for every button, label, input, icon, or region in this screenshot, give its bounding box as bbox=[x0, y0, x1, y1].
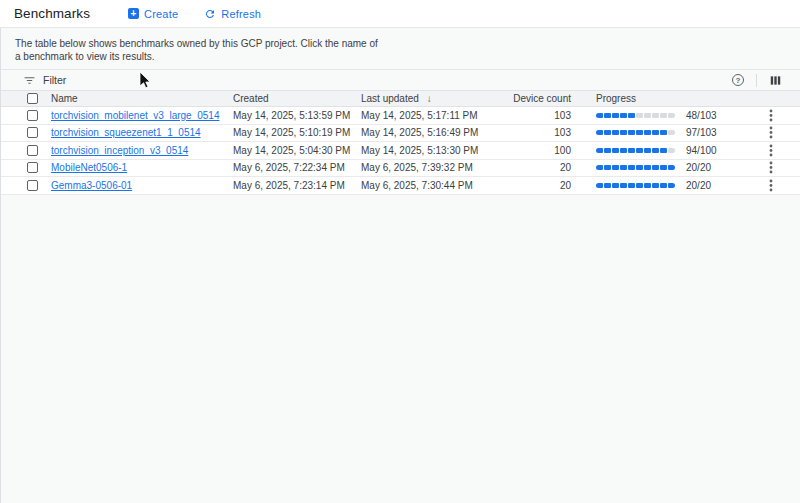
table-toolbar: Filter ? bbox=[1, 70, 800, 90]
column-header-name[interactable]: Name bbox=[51, 93, 233, 104]
row-menu-button[interactable] bbox=[765, 160, 777, 175]
filter-button[interactable]: Filter bbox=[23, 74, 66, 87]
benchmark-name-link[interactable]: MobileNet0506-1 bbox=[51, 162, 127, 173]
progress-label: 48/103 bbox=[686, 110, 717, 121]
filter-list-icon bbox=[23, 74, 36, 87]
table-header-row: Name Created Last updated↓ Device count … bbox=[1, 90, 800, 107]
row-menu-button[interactable] bbox=[765, 143, 777, 158]
row-checkbox[interactable] bbox=[27, 110, 38, 121]
row-checkbox[interactable] bbox=[27, 145, 38, 156]
help-circle-icon: ? bbox=[732, 74, 744, 86]
device-count-cell: 100 bbox=[489, 145, 573, 156]
device-count-cell: 20 bbox=[489, 180, 573, 191]
progress-bar bbox=[596, 130, 675, 135]
column-header-created[interactable]: Created bbox=[233, 93, 361, 104]
benchmark-name-link[interactable]: torchvision_inception_v3_0514 bbox=[51, 145, 188, 156]
refresh-icon bbox=[204, 8, 216, 20]
device-count-cell: 103 bbox=[489, 110, 573, 121]
device-count-cell: 20 bbox=[489, 162, 573, 173]
progress-bar bbox=[596, 183, 675, 188]
created-cell: May 14, 2025, 5:10:19 PM bbox=[233, 127, 361, 138]
three-dot-menu-icon bbox=[769, 126, 773, 139]
row-checkbox[interactable] bbox=[27, 180, 38, 191]
table-body: torchvision_mobilenet_v3_large_0514May 1… bbox=[1, 107, 800, 195]
create-button-label: Create bbox=[144, 8, 178, 20]
benchmarks-page: Benchmarks + Create Refresh The table be… bbox=[0, 0, 800, 503]
created-cell: May 14, 2025, 5:04:30 PM bbox=[233, 145, 361, 156]
table-row: torchvision_squeezenet1_1_0514May 14, 20… bbox=[1, 125, 800, 143]
table-row: Gemma3-0506-01May 6, 2025, 7:23:14 PMMay… bbox=[1, 177, 800, 195]
updated-cell: May 6, 2025, 7:39:32 PM bbox=[361, 162, 489, 173]
three-dot-menu-icon bbox=[769, 161, 773, 174]
benchmark-name-link[interactable]: Gemma3-0506-01 bbox=[51, 180, 132, 191]
description-line-1: The table below shows benchmarks owned b… bbox=[15, 37, 786, 50]
row-checkbox[interactable] bbox=[27, 162, 38, 173]
created-cell: May 6, 2025, 7:22:34 PM bbox=[233, 162, 361, 173]
table-row: MobileNet0506-1May 6, 2025, 7:22:34 PMMa… bbox=[1, 160, 800, 178]
progress-label: 20/20 bbox=[686, 180, 711, 191]
table-row: torchvision_inception_v3_0514May 14, 202… bbox=[1, 142, 800, 160]
column-display-icon bbox=[769, 74, 782, 87]
description-line-2: a benchmark to view its results. bbox=[15, 50, 786, 63]
benchmark-name-link[interactable]: torchvision_mobilenet_v3_large_0514 bbox=[51, 110, 219, 121]
three-dot-menu-icon bbox=[769, 109, 773, 122]
description-block: The table below shows benchmarks owned b… bbox=[1, 28, 800, 70]
title-bar: Benchmarks + Create Refresh bbox=[0, 0, 800, 28]
updated-cell: May 6, 2025, 7:30:44 PM bbox=[361, 180, 489, 191]
updated-cell: May 14, 2025, 5:17:11 PM bbox=[361, 110, 489, 121]
help-button[interactable]: ? bbox=[726, 74, 750, 86]
created-cell: May 6, 2025, 7:23:14 PM bbox=[233, 180, 361, 191]
progress-label: 94/100 bbox=[686, 145, 717, 156]
create-button[interactable]: + Create bbox=[124, 6, 182, 22]
progress-bar bbox=[596, 113, 675, 118]
row-menu-button[interactable] bbox=[765, 125, 777, 140]
filter-button-label: Filter bbox=[43, 74, 66, 86]
content-panel: The table below shows benchmarks owned b… bbox=[0, 28, 800, 503]
refresh-button-label: Refresh bbox=[221, 8, 261, 20]
row-menu-button[interactable] bbox=[765, 178, 777, 193]
column-header-last-updated[interactable]: Last updated↓ bbox=[361, 93, 489, 104]
updated-cell: May 14, 2025, 5:13:30 PM bbox=[361, 145, 489, 156]
row-menu-button[interactable] bbox=[765, 108, 777, 123]
progress-bar bbox=[596, 148, 675, 153]
progress-bar bbox=[596, 165, 675, 170]
sort-desc-icon: ↓ bbox=[427, 93, 432, 104]
column-header-progress[interactable]: Progress bbox=[573, 93, 756, 104]
progress-label: 20/20 bbox=[686, 162, 711, 173]
toolbar-divider bbox=[756, 74, 757, 87]
row-checkbox[interactable] bbox=[27, 127, 38, 138]
refresh-button[interactable]: Refresh bbox=[200, 6, 265, 22]
progress-label: 97/103 bbox=[686, 127, 717, 138]
select-all-checkbox[interactable] bbox=[27, 93, 38, 104]
device-count-cell: 103 bbox=[489, 127, 573, 138]
three-dot-menu-icon bbox=[769, 179, 773, 192]
column-display-button[interactable] bbox=[763, 74, 788, 87]
created-cell: May 14, 2025, 5:13:59 PM bbox=[233, 110, 361, 121]
three-dot-menu-icon bbox=[769, 144, 773, 157]
table-row: torchvision_mobilenet_v3_large_0514May 1… bbox=[1, 107, 800, 125]
page-title: Benchmarks bbox=[14, 6, 90, 21]
updated-cell: May 14, 2025, 5:16:49 PM bbox=[361, 127, 489, 138]
benchmark-name-link[interactable]: torchvision_squeezenet1_1_0514 bbox=[51, 127, 201, 138]
column-header-device-count[interactable]: Device count bbox=[489, 93, 573, 104]
add-box-icon: + bbox=[128, 8, 139, 19]
